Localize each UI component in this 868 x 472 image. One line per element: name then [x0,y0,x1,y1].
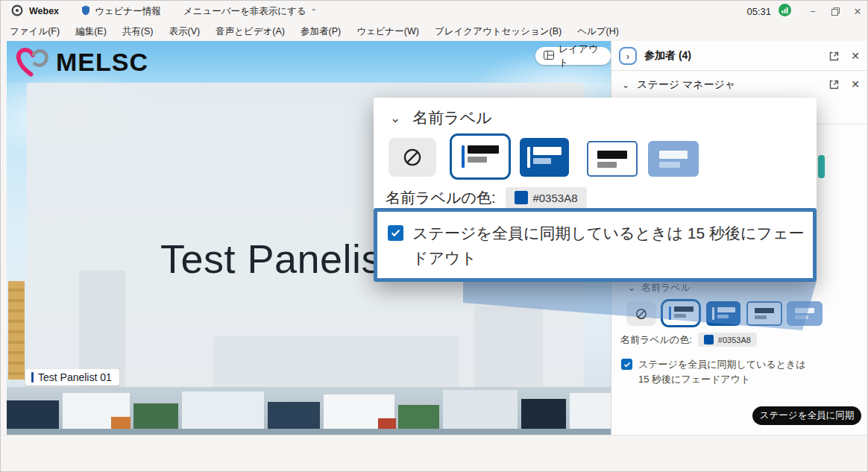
name-label-color-label: 名前ラベルの色: [620,333,692,347]
menu-item-audio-video[interactable]: 音声とビデオ(A) [216,25,285,38]
name-label-magnified-popup: ⌄ 名前ラベル 名前ラベルの色: #0353A8 [374,98,817,282]
color-value: #0353A8 [532,192,577,204]
chevron-up-icon: ⌃ [311,7,317,16]
title-bar: Webex ウェビナー情報 メニューバーを非表示にする ⌃ 05:31 − ✕ [1,1,868,22]
color-swatch [515,191,528,204]
menu-item-share[interactable]: 共有(S) [122,25,154,38]
menu-bar: ファイル(F) 編集(E) 共有(S) 表示(V) 音声とビデオ(A) 参加者(… [1,22,868,41]
name-label-color-row: 名前ラベルの色: #0353A8 [386,187,587,208]
layout-grid-icon [544,51,554,62]
participants-panel-title: 参加者 (4) [644,49,691,63]
name-label-color-label: 名前ラベルの色: [386,188,495,208]
close-panel-icon[interactable]: ✕ [851,78,860,90]
menu-item-help[interactable]: ヘルプ(H) [577,25,619,38]
shield-icon [81,5,90,18]
name-label-accent-bar [31,372,34,383]
sync-stage-button[interactable]: ステージを全員に同期 [752,406,861,425]
menu-item-participants[interactable]: 参加者(P) [301,25,341,38]
hide-menubar-button[interactable]: メニューバーを非表示にする ⌃ [183,5,317,18]
chevron-down-icon: ⌄ [390,110,400,126]
color-swatch [704,335,714,344]
connection-quality-icon [779,4,791,19]
popout-icon[interactable] [829,51,839,61]
meeting-timer: 05:31 [746,6,771,17]
name-label-color-row: 名前ラベルの色: #0353A8 [620,333,757,347]
participants-count: (4) [679,49,691,61]
app-name: Webex [29,6,59,16]
stage-manager-panel-header: ⌄ ステージ マネージャ ✕ [611,75,868,95]
webex-logo-icon [11,4,23,19]
city-skyline [7,387,611,435]
melsc-heart-icon [14,45,51,78]
menu-item-file[interactable]: ファイル(F) [10,25,60,38]
menu-item-breakout[interactable]: ブレイクアウトセッション(B) [435,25,562,38]
fade-out-checkbox-label: ステージを全員に同期しているときは 15 秒後にフェードアウト [638,357,808,387]
popout-icon[interactable] [829,80,839,89]
stage-manager-title: ステージ マネージャ [637,78,735,92]
label-style-none-button[interactable] [389,138,436,177]
fade-out-checkbox-label: ステージを全員に同期しているときは 15 秒後にフェードアウト [412,221,813,278]
color-value: #0353A8 [718,336,751,344]
webinar-info-button[interactable]: ウェビナー情報 [81,5,161,18]
close-panel-icon[interactable]: ✕ [851,50,860,62]
restore-button[interactable] [824,1,846,22]
checkbox-checked-icon[interactable] [621,359,632,370]
chevron-right-icon[interactable]: › [619,47,637,65]
webex-window: Webex ウェビナー情報 メニューバーを非表示にする ⌃ 05:31 − ✕ [0,0,868,472]
name-label-color-picker[interactable]: #0353A8 [506,187,586,208]
popup-title: 名前ラベル [412,107,491,128]
participant-name-label: Test Panelist 01 [25,369,119,386]
name-label-popup-header[interactable]: ⌄ 名前ラベル [390,107,492,128]
fade-out-checkbox-highlight[interactable]: ステージを全員に同期しているときは 15 秒後にフェードアウト [374,208,817,282]
label-style-translucent-button[interactable] [648,141,699,177]
none-icon [403,148,422,167]
participants-panel-header: › 参加者 (4) ✕ [611,46,868,66]
fade-out-checkbox-row[interactable]: ステージを全員に同期しているときは 15 秒後にフェードアウト [621,357,808,387]
minimize-button[interactable]: − [802,1,824,22]
chevron-down-icon[interactable]: ⌄ [622,80,629,90]
menu-item-view[interactable]: 表示(V) [169,25,200,38]
label-style-outline-button[interactable] [587,141,638,177]
brand-text: MELSC [56,48,148,77]
toggle-indicator [818,155,825,178]
name-label-color-picker[interactable]: #0353A8 [698,333,757,347]
bottom-toolbar: ⌄ ミュート解除 ⌄ ビデオの開始 ⌄ 共有 録画 [1,435,868,472]
background-building [8,281,25,380]
close-window-button[interactable]: ✕ [846,1,868,22]
melsc-logo: MELSC [14,45,148,78]
label-style-light-selected-button[interactable] [450,133,511,180]
checkbox-checked-icon[interactable] [388,225,403,241]
menu-item-webinar[interactable]: ウェビナー(W) [356,25,419,38]
layout-button[interactable]: レイアウト [535,47,611,65]
menu-item-edit[interactable]: 編集(E) [75,25,107,38]
label-style-blue-button[interactable] [520,138,569,177]
